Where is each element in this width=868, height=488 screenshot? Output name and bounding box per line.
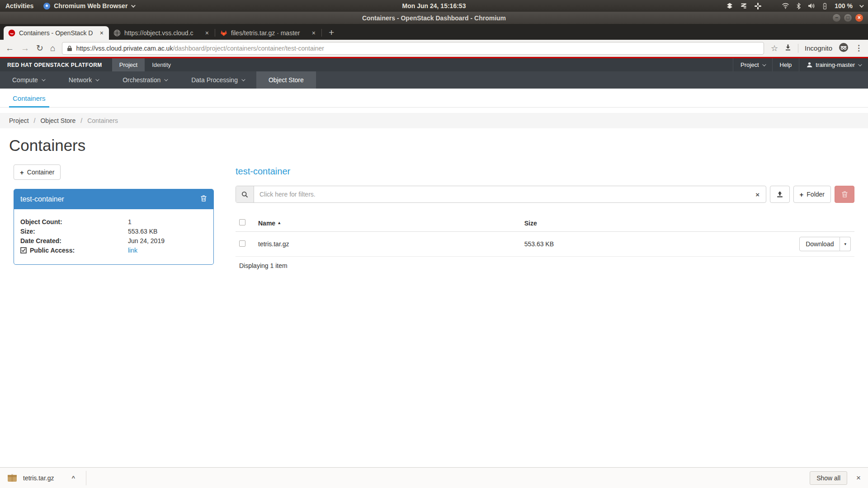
public-access-link[interactable]: link xyxy=(128,247,137,254)
subtab-containers[interactable]: Containers xyxy=(9,90,49,108)
subtab-bar: Containers xyxy=(0,89,868,108)
table-footer: Displaying 1 item xyxy=(236,257,854,275)
reload-icon[interactable]: ↻ xyxy=(36,44,43,52)
search-icon[interactable] xyxy=(236,186,254,202)
back-icon[interactable]: ← xyxy=(5,44,14,52)
column-header-name[interactable]: Name▲ xyxy=(255,215,521,232)
file-options-chevron-icon[interactable]: ^ xyxy=(71,474,75,481)
tab-title: https://object.vss.cloud.c xyxy=(124,29,201,37)
wifi-icon[interactable] xyxy=(782,3,789,9)
delete-container-icon[interactable] xyxy=(200,195,207,204)
objects-table: Name▲ Size tetris.tar.gz 553.63 KB xyxy=(236,215,854,257)
forward-icon[interactable]: → xyxy=(21,44,29,52)
context-tab-project[interactable]: Project xyxy=(112,58,145,71)
lock-icon xyxy=(67,45,72,52)
add-container-button[interactable]: + Container xyxy=(14,164,61,180)
plus-icon: + xyxy=(20,169,24,176)
card-row: Object Count: 1 xyxy=(20,218,207,225)
close-window-button[interactable]: × xyxy=(855,14,863,22)
card-row: Size: 553.63 KB xyxy=(20,228,207,235)
system-menu-chevron-icon[interactable] xyxy=(859,3,864,8)
download-menu-caret[interactable]: ▾ xyxy=(840,237,851,251)
openstack-header: RED HAT OPENSTACK PLATFORM Project Ident… xyxy=(0,57,868,71)
row-checkbox[interactable] xyxy=(239,240,245,247)
delete-objects-button[interactable] xyxy=(835,186,854,203)
nav-orchestration[interactable]: Orchestration xyxy=(110,71,179,89)
nav-network[interactable]: Network xyxy=(57,71,110,89)
tab-strip: Containers - OpenStack D × https://objec… xyxy=(0,24,868,40)
maximize-button[interactable]: □ xyxy=(844,14,852,22)
user-menu[interactable]: training-master xyxy=(799,58,868,71)
redhat-favicon xyxy=(8,29,15,37)
url-text: https://vss.cloud.private.cam.ac.uk/dash… xyxy=(76,45,324,52)
nav-label: Network xyxy=(69,76,92,84)
nav-compute[interactable]: Compute xyxy=(0,71,57,89)
objects-panel-title[interactable]: test-container xyxy=(236,166,854,177)
select-all-checkbox[interactable] xyxy=(239,219,245,225)
tab-close-icon[interactable]: × xyxy=(99,29,104,37)
tab-gitlab-tetris[interactable]: files/tetris.tar.gz · master × xyxy=(216,26,321,40)
objects-column: test-container × + Folder xyxy=(236,164,854,275)
address-bar[interactable]: https://vss.cloud.private.cam.ac.uk/dash… xyxy=(62,42,764,55)
download-button[interactable]: Download xyxy=(799,237,840,251)
column-header-size[interactable]: Size xyxy=(521,215,796,232)
card-field-label: Date Created: xyxy=(20,237,128,244)
object-name-cell[interactable]: tetris.tar.gz xyxy=(255,232,521,257)
nav-object-store[interactable]: Object Store xyxy=(256,71,316,89)
tab-title: Containers - OpenStack D xyxy=(19,29,95,37)
clear-filter-icon[interactable]: × xyxy=(750,186,766,202)
context-tab-identity[interactable]: Identity xyxy=(145,58,178,71)
breadcrumb-separator: / xyxy=(34,117,36,124)
upload-file-button[interactable] xyxy=(770,186,790,203)
boxes-tray-icon[interactable] xyxy=(726,2,733,9)
chevron-down-icon xyxy=(95,77,99,81)
tab-separator xyxy=(215,29,215,37)
globe-favicon xyxy=(113,29,121,37)
object-size-cell: 553.63 KB xyxy=(521,232,796,257)
filter-input[interactable] xyxy=(254,186,750,202)
checked-checkbox-icon[interactable] xyxy=(20,247,27,253)
new-tab-button[interactable]: + xyxy=(329,27,334,38)
add-folder-button[interactable]: + Folder xyxy=(793,186,831,203)
toolbar-divider xyxy=(798,44,798,53)
browser-menu-icon[interactable]: ⋮ xyxy=(855,43,863,53)
container-card-header[interactable]: test-container xyxy=(14,189,213,209)
minimize-button[interactable]: − xyxy=(832,14,841,22)
nav-data-processing[interactable]: Data Processing xyxy=(179,71,256,89)
activities-button[interactable]: Activities xyxy=(5,2,33,9)
zigzag-tray-icon[interactable] xyxy=(740,2,747,9)
archive-file-icon xyxy=(7,474,17,483)
downloaded-file-name: tetris.tar.gz xyxy=(23,474,54,482)
bookmark-star-icon[interactable]: ☆ xyxy=(771,43,778,53)
slack-tray-icon[interactable] xyxy=(754,2,762,10)
downloads-icon[interactable] xyxy=(784,44,792,53)
chevron-down-icon xyxy=(42,77,45,81)
volume-icon[interactable] xyxy=(808,3,815,9)
battery-charging-icon[interactable] xyxy=(822,3,828,9)
bluetooth-icon[interactable] xyxy=(796,3,801,9)
container-card-body: Object Count: 1 Size: 553.63 KB Date Cre… xyxy=(14,209,213,264)
breadcrumb-object-store[interactable]: Object Store xyxy=(40,117,75,124)
help-link[interactable]: Help xyxy=(772,58,799,71)
card-row: Date Created: Jun 24, 2019 xyxy=(20,237,207,244)
container-card[interactable]: test-container Object Count: 1 Size: 553… xyxy=(14,189,214,265)
downloaded-file-item[interactable]: tetris.tar.gz ^ xyxy=(7,474,86,483)
nav-label: Object Store xyxy=(269,76,304,84)
show-all-button[interactable]: Show all xyxy=(810,471,847,485)
close-shelf-icon[interactable]: × xyxy=(856,474,861,483)
filter-group: × xyxy=(236,186,766,203)
project-dropdown[interactable]: Project xyxy=(733,58,772,71)
breadcrumb-project[interactable]: Project xyxy=(9,117,29,124)
objects-toolbar: × + Folder xyxy=(236,186,854,203)
tab-close-icon[interactable]: × xyxy=(311,29,316,37)
tab-object-store-url[interactable]: https://object.vss.cloud.c × xyxy=(109,26,214,40)
window-title-bar[interactable]: Containers - OpenStack Dashboard - Chrom… xyxy=(0,12,868,24)
incognito-icon xyxy=(839,42,849,54)
tab-containers[interactable]: Containers - OpenStack D × xyxy=(4,26,109,40)
clock[interactable]: Mon Jun 24, 15:16:53 xyxy=(402,2,466,9)
home-icon[interactable]: ⌂ xyxy=(50,44,55,52)
tab-close-icon[interactable]: × xyxy=(204,29,210,37)
tab-separator xyxy=(321,29,322,37)
app-menu[interactable]: Chromium Web Browser xyxy=(43,2,134,9)
redhat-openstack-brand: RED HAT OPENSTACK PLATFORM xyxy=(0,58,112,71)
